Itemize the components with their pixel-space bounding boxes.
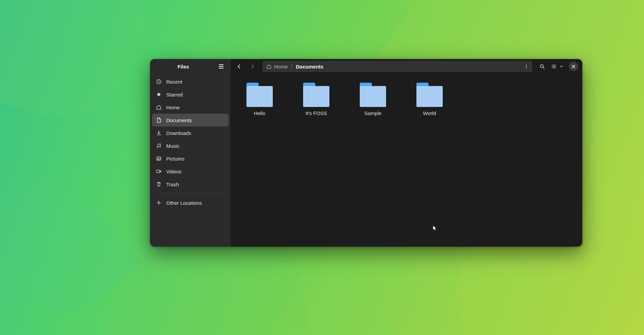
breadcrumb-documents[interactable]: Documents [296,64,323,69]
breadcrumb-home[interactable]: Home [266,64,288,69]
search-icon [539,64,545,69]
svg-point-2 [159,146,160,147]
sidebar-item-label: Pictures [166,156,184,162]
sidebar-item-videos[interactable]: Videos [152,165,229,178]
hamburger-icon [218,64,224,69]
nav-back-button[interactable] [233,61,245,72]
chevron-left-icon [236,64,242,69]
sidebar-divider [154,193,227,194]
sidebar-item-label: Videos [166,169,182,174]
sidebar-item-documents[interactable]: Documents [152,114,229,127]
breadcrumb-separator: / [291,63,292,69]
folder-icon [303,81,329,107]
toolbar: Home / Documents [231,59,582,74]
close-icon [572,64,576,68]
sidebar: Files Recent Starred Home Documents [150,59,231,247]
clock-icon [156,79,162,84]
folder-icon [416,81,443,107]
sidebar-item-label: Home [166,105,180,110]
sidebar-item-other-locations[interactable]: Other Locations [152,196,229,209]
svg-point-7 [526,66,527,67]
svg-point-6 [526,64,527,65]
star-icon [156,92,162,97]
file-manager-window: Files Recent Starred Home Documents [150,59,582,247]
videos-icon [156,169,162,174]
folder-label: It's FOSS [305,110,327,116]
trash-icon [156,182,162,187]
folder-item[interactable]: Hello [241,81,279,240]
folder-item[interactable]: World [411,81,448,240]
svg-point-8 [526,67,527,68]
sidebar-item-label: Downloads [166,130,191,136]
folder-label: Sample [364,110,382,116]
sidebar-item-trash[interactable]: Trash [152,178,229,191]
folder-item[interactable]: It's FOSS [297,81,335,240]
sidebar-item-label: Recent [166,79,182,85]
folder-label: Hello [254,110,265,116]
folder-item[interactable]: Sample [354,81,392,240]
sidebar-item-label: Music [166,143,179,149]
sidebar-list-lower: Other Locations [150,195,231,211]
kebab-icon [524,64,529,69]
sidebar-item-home[interactable]: Home [152,101,229,114]
svg-point-12 [552,67,553,68]
folder-label: World [423,110,436,116]
download-icon [156,130,162,136]
list-view-icon [550,61,558,72]
svg-point-11 [552,66,553,67]
svg-point-1 [157,146,158,148]
file-grid[interactable]: Hello It's FOSS Sample World [231,74,582,247]
sidebar-header: Files [150,59,231,74]
chevron-right-icon [250,64,255,69]
sidebar-list: Recent Starred Home Documents Downloads … [150,74,231,192]
home-icon [266,64,271,69]
chevron-down-icon [558,61,565,72]
document-icon [156,117,162,123]
svg-rect-5 [157,170,160,173]
plus-icon [156,200,162,205]
music-icon [156,143,162,148]
sidebar-item-label: Other Locations [166,200,202,206]
sidebar-item-label: Documents [166,117,192,123]
home-icon [156,105,162,110]
nav-forward-button[interactable] [247,61,258,72]
breadcrumb-label: Documents [296,64,323,69]
sidebar-item-music[interactable]: Music [152,139,229,152]
svg-point-4 [158,158,158,159]
sidebar-item-label: Trash [166,182,179,187]
sidebar-item-pictures[interactable]: Pictures [152,152,229,165]
sidebar-item-starred[interactable]: Starred [152,88,229,101]
search-button[interactable] [536,61,548,72]
folder-icon [360,81,386,107]
sidebar-item-label: Starred [166,92,183,97]
main-panel: Home / Documents [231,59,582,247]
view-mode-selector[interactable] [550,61,565,72]
path-options-button[interactable] [522,62,531,71]
hamburger-menu-button[interactable] [216,62,226,71]
folder-icon [246,81,273,107]
breadcrumb-label: Home [274,64,288,69]
sidebar-item-recent[interactable]: Recent [152,75,229,88]
sidebar-item-downloads[interactable]: Downloads [152,127,229,139]
path-bar[interactable]: Home / Documents [262,61,532,72]
app-title: Files [150,64,216,69]
pictures-icon [156,156,162,161]
svg-point-10 [552,65,553,65]
window-close-button[interactable] [569,62,578,71]
